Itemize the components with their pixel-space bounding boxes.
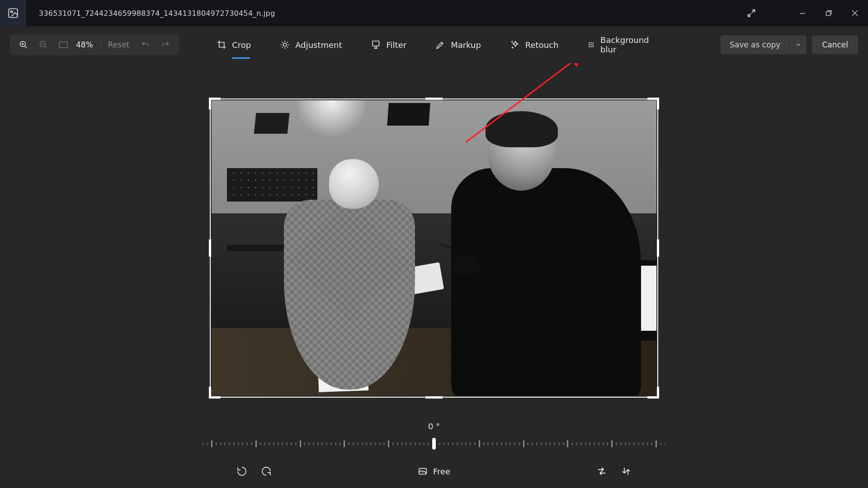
file-name: 336531071_7244234659988374_1434131804972…: [39, 9, 275, 18]
redo-button[interactable]: [156, 34, 175, 55]
flip-horizontal-icon: [596, 466, 607, 477]
title-bar: 336531071_7244234659988374_1434131804972…: [0, 0, 868, 26]
rotate-cw-icon: [261, 466, 272, 477]
svg-rect-8: [373, 41, 379, 46]
save-as-copy-button[interactable]: Save as copy: [721, 35, 789, 54]
tab-adjustment[interactable]: Adjustment: [280, 26, 342, 63]
crop-bottom-controls: Free: [235, 465, 633, 478]
svg-point-11: [593, 42, 593, 43]
toolbar-actions: Save as copy Cancel: [721, 35, 858, 54]
redo-icon: [161, 40, 170, 49]
close-icon: [852, 10, 858, 16]
svg-point-17: [593, 46, 593, 47]
flip-vertical-button[interactable]: [619, 465, 633, 478]
crop-handle-top-left[interactable]: [209, 98, 221, 109]
tab-retouch-label: Retouch: [525, 40, 559, 50]
svg-point-7: [283, 43, 287, 46]
undo-icon: [141, 40, 150, 49]
editor-stage: 0 ° Free: [0, 63, 868, 488]
crop-handle-bottom-right[interactable]: [647, 387, 659, 399]
save-as-copy-split-button: Save as copy: [721, 35, 807, 54]
rotation-slider-thumb[interactable]: [432, 438, 436, 450]
tab-background-blur[interactable]: Background blur: [587, 26, 651, 63]
tab-retouch[interactable]: Retouch: [510, 26, 559, 63]
expand-icon: [746, 8, 756, 18]
zoom-in-icon: [19, 40, 28, 49]
crop-handle-bottom-left[interactable]: [209, 387, 221, 399]
chevron-down-icon: [795, 42, 802, 48]
tab-background-blur-label: Background blur: [600, 35, 651, 54]
svg-rect-0: [9, 9, 18, 18]
svg-point-10: [591, 42, 591, 43]
divider: [100, 38, 101, 51]
svg-point-15: [589, 46, 590, 47]
fullscreen-button[interactable]: [739, 0, 764, 26]
reset-button[interactable]: Reset: [102, 40, 136, 49]
svg-rect-3: [826, 12, 830, 16]
tab-adjustment-label: Adjustment: [295, 40, 342, 50]
flip-horizontal-button[interactable]: [595, 465, 609, 478]
tab-markup[interactable]: Markup: [435, 26, 481, 63]
rotate-ccw-button[interactable]: [235, 465, 249, 478]
svg-point-14: [593, 44, 593, 45]
maximize-icon: [826, 10, 832, 16]
tab-filter-label: Filter: [387, 40, 407, 50]
retouch-icon: [510, 40, 520, 50]
rotate-cw-button[interactable]: [259, 465, 273, 478]
crop-frame[interactable]: [210, 99, 658, 398]
image-canvas[interactable]: [212, 100, 656, 396]
tab-crop[interactable]: Crop: [217, 26, 251, 63]
tab-filter[interactable]: Filter: [371, 26, 407, 63]
rotate-ccw-icon: [236, 466, 247, 477]
crop-handle-right[interactable]: [657, 239, 659, 257]
crop-handle-bottom[interactable]: [425, 396, 443, 399]
undo-button[interactable]: [136, 34, 156, 55]
svg-rect-2: [800, 13, 805, 14]
adjustment-icon: [280, 40, 290, 50]
app-icon[interactable]: [0, 0, 26, 26]
flip-vertical-icon: [621, 466, 632, 477]
crop-handle-top-right[interactable]: [647, 98, 659, 109]
background-blur-icon: [587, 40, 595, 50]
svg-point-13: [591, 44, 591, 45]
editor-toolbar: 48% Reset Crop Adjustment Filter Markup: [0, 26, 868, 63]
svg-point-9: [589, 42, 590, 43]
aspect-icon: [418, 466, 428, 476]
rotation-degrees: 0 °: [428, 422, 440, 431]
markup-icon: [435, 40, 445, 50]
zoom-out-button[interactable]: [33, 34, 53, 55]
aspect-ratio-button[interactable]: Free: [418, 466, 450, 476]
zoom-out-icon: [39, 40, 48, 49]
aspect-ratio-label: Free: [433, 467, 450, 476]
window-controls: [739, 0, 868, 26]
close-button[interactable]: [842, 0, 868, 26]
cancel-button[interactable]: Cancel: [812, 35, 858, 54]
filter-icon: [371, 40, 381, 50]
svg-point-1: [11, 11, 13, 13]
photos-app-icon: [7, 7, 19, 19]
svg-point-16: [591, 46, 591, 47]
zoom-in-button[interactable]: [14, 34, 33, 55]
zoom-cluster: 48% Reset: [10, 34, 179, 55]
svg-rect-6: [59, 42, 67, 48]
svg-point-12: [589, 44, 590, 45]
fit-to-window-button[interactable]: [53, 34, 73, 55]
crop-icon: [217, 40, 226, 50]
minimize-icon: [799, 10, 806, 16]
zoom-percent[interactable]: 48%: [73, 40, 99, 49]
fit-screen-icon: [58, 41, 68, 49]
tab-crop-label: Crop: [232, 40, 251, 50]
tab-markup-label: Markup: [451, 40, 481, 50]
maximize-button[interactable]: [816, 0, 842, 26]
edit-tabs: Crop Adjustment Filter Markup Retouch Ba…: [217, 26, 651, 63]
rotation-slider[interactable]: [201, 438, 667, 449]
minimize-button[interactable]: [789, 0, 816, 26]
crop-handle-left[interactable]: [209, 239, 211, 257]
save-options-dropdown[interactable]: [789, 35, 807, 54]
crop-handle-top[interactable]: [425, 98, 443, 100]
